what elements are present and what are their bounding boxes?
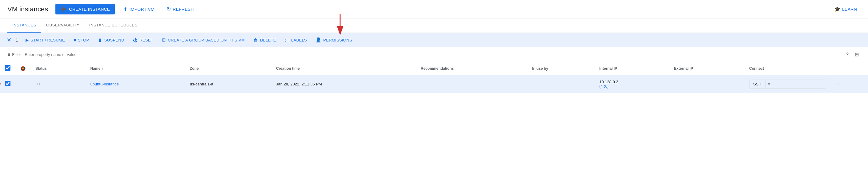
play-icon: ▶ xyxy=(26,38,29,42)
bell-off-icon: 🔕 xyxy=(20,66,26,71)
tab-observability[interactable]: OBSERVABILITY xyxy=(41,19,84,33)
reset-button[interactable]: ⏻ RESET xyxy=(129,36,157,44)
import-icon: ⬆ xyxy=(123,6,127,12)
learn-button[interactable]: 🎓 LEARN xyxy=(831,4,861,14)
select-all-checkbox[interactable] xyxy=(5,65,10,71)
page-title: VM instances xyxy=(7,5,48,13)
row-notification-cell xyxy=(16,75,30,93)
row-creation-time-cell: Jan 28, 2022, 2:11:36 PM xyxy=(271,75,416,93)
row-internal-ip-cell: 10.128.0.2 (nic0) xyxy=(594,75,669,93)
delete-button[interactable]: 🗑 DELETE xyxy=(250,36,280,44)
select-all-header xyxy=(0,62,16,75)
refresh-button[interactable]: ↻ REFRESH xyxy=(163,4,197,14)
action-bar: ✕ 1 ▶ START / RESUME ■ STOP ⏸ SUSPEND ⏻ … xyxy=(0,33,868,47)
ssh-main-button[interactable]: SSH xyxy=(749,80,765,88)
help-button[interactable]: ? xyxy=(844,50,850,59)
selected-count: 1 xyxy=(16,37,18,42)
action-bar-wrapper: ✕ 1 ▶ START / RESUME ■ STOP ⏸ SUSPEND ⏻ … xyxy=(0,33,868,47)
labels-button[interactable]: 🏷 LABELS xyxy=(281,36,311,44)
import-vm-label: IMPORT VM xyxy=(130,7,155,12)
filter-bar: ≡ Filter ? ⊞ xyxy=(0,47,868,62)
start-resume-button[interactable]: ▶ START / RESUME xyxy=(22,36,69,44)
learn-label: LEARN xyxy=(842,7,857,12)
trash-icon: 🗑 xyxy=(253,37,258,43)
group-icon: ⊞ xyxy=(162,37,166,43)
connect-column-header: Connect xyxy=(744,62,831,75)
notification-header: 🔕 xyxy=(16,62,30,75)
zone-column-header: Zone xyxy=(185,62,271,75)
table-container: 🔕 Status Name ↑ Zone Creation time xyxy=(0,62,868,93)
suspend-icon: ⏸ xyxy=(98,37,102,43)
status-column-header: Status xyxy=(30,62,85,75)
refresh-label: REFRESH xyxy=(173,7,194,12)
create-instance-label: CREATE INSTANCE xyxy=(69,7,110,12)
filter-actions: ? ⊞ xyxy=(844,50,861,59)
status-stopped-icon: ○ xyxy=(35,81,41,87)
table-row: ○ ubuntu-instance us-central1-a Jan 28, … xyxy=(0,75,868,93)
creation-time-column-header: Creation time xyxy=(271,62,416,75)
filter-label: ≡ Filter xyxy=(7,52,21,58)
row-zone-cell: us-central1-a xyxy=(185,75,271,93)
tab-instances[interactable]: INSTANCES xyxy=(7,19,41,33)
in-use-by-column-header: In use by xyxy=(527,62,594,75)
learn-icon: 🎓 xyxy=(834,6,840,12)
filter-icon: ≡ xyxy=(7,52,10,58)
table-header-row: 🔕 Status Name ↑ Zone Creation time xyxy=(0,62,868,75)
row-recommendations-cell xyxy=(416,75,527,93)
annotation-arrow-left xyxy=(0,79,2,88)
row-more-cell: ⋮ xyxy=(831,75,868,93)
person-icon: 👤 xyxy=(315,37,321,43)
reset-icon: ⏻ xyxy=(133,37,137,43)
sort-up-icon: ↑ xyxy=(101,66,104,71)
import-vm-button[interactable]: ⬆ IMPORT VM xyxy=(120,4,158,14)
ssh-button-group: SSH ▾ xyxy=(749,80,826,88)
row-name-cell: ubuntu-instance xyxy=(85,75,185,93)
row-external-ip-cell xyxy=(669,75,744,93)
columns-button[interactable]: ⊞ xyxy=(853,50,861,59)
recommendations-column-header: Recommendations xyxy=(416,62,527,75)
label-icon: 🏷 xyxy=(285,37,289,43)
tab-instance-schedules[interactable]: INSTANCE SCHEDULES xyxy=(84,19,143,33)
ssh-dropdown-button[interactable]: ▾ xyxy=(765,80,773,88)
more-options-button[interactable]: ⋮ xyxy=(834,79,843,89)
tabs-container: INSTANCES OBSERVABILITY INSTANCE SCHEDUL… xyxy=(0,19,868,33)
chevron-down-icon: ▾ xyxy=(768,82,770,86)
row-in-use-by-cell xyxy=(527,75,594,93)
external-ip-column-header: External IP xyxy=(669,62,744,75)
suspend-button[interactable]: ⏸ SUSPEND xyxy=(94,36,128,44)
nic0-link[interactable]: (nic0) xyxy=(599,84,664,88)
row-checkbox[interactable] xyxy=(5,81,10,86)
columns-icon: ⊞ xyxy=(855,51,859,58)
create-icon: ➕ xyxy=(60,6,66,12)
row-checkbox-cell xyxy=(0,75,16,93)
permissions-button[interactable]: 👤 PERMISSIONS xyxy=(312,35,356,44)
row-status-cell: ○ xyxy=(30,75,85,93)
create-instance-button[interactable]: ➕ CREATE INSTANCE xyxy=(55,4,115,14)
internal-ip-column-header: Internal IP xyxy=(594,62,669,75)
page-header: VM instances ➕ CREATE INSTANCE ⬆ IMPORT … xyxy=(0,0,868,19)
name-column-header: Name ↑ xyxy=(85,62,185,75)
stop-button[interactable]: ■ STOP xyxy=(70,36,93,44)
instance-name-link[interactable]: ubuntu-instance xyxy=(90,82,119,86)
create-group-button[interactable]: ⊞ CREATE A GROUP BASED ON THIS VM xyxy=(158,35,248,44)
refresh-icon: ↻ xyxy=(167,6,171,12)
stop-icon: ■ xyxy=(73,38,76,42)
deselect-button[interactable]: ✕ xyxy=(5,35,13,45)
filter-input[interactable] xyxy=(25,52,840,57)
row-connect-cell: SSH ▾ xyxy=(744,75,831,93)
help-icon: ? xyxy=(846,52,848,58)
instances-table: 🔕 Status Name ↑ Zone Creation time xyxy=(0,62,868,93)
